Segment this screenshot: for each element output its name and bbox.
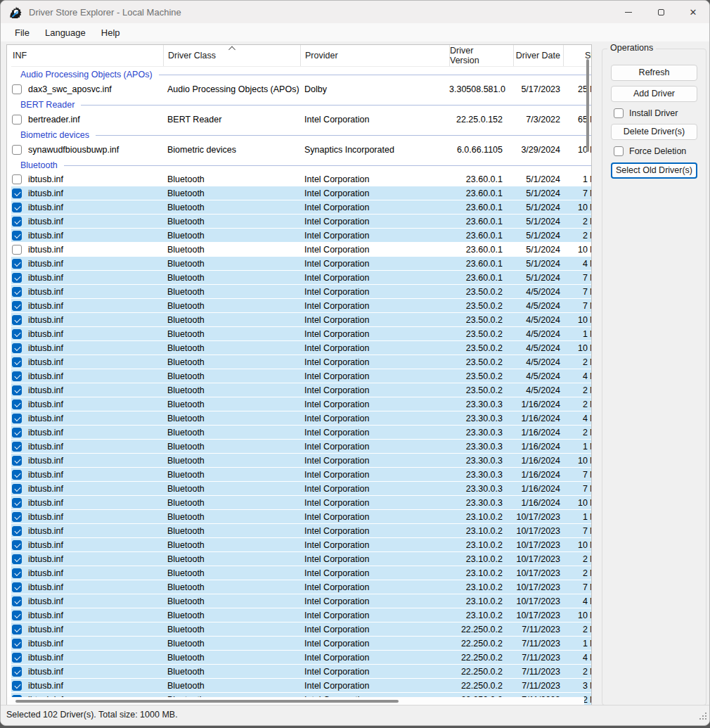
row-checkbox[interactable]: [12, 596, 22, 606]
driver-row[interactable]: ibtusb.infBluetoothIntel Corporation23.6…: [11, 215, 592, 229]
driver-row[interactable]: dax3_swc_aposvc.infAudio Processing Obje…: [11, 82, 592, 97]
driver-row[interactable]: ibtusb.infBluetoothIntel Corporation23.3…: [11, 468, 592, 482]
column-header-driver-version[interactable]: Driver Version: [449, 45, 513, 66]
row-checkbox[interactable]: [12, 400, 22, 409]
driver-row[interactable]: ibtusb.infBluetoothIntel Corporation23.1…: [11, 580, 592, 594]
row-checkbox[interactable]: [12, 456, 22, 466]
row-checkbox[interactable]: [12, 498, 22, 508]
force-deletion-checkbox[interactable]: [614, 146, 624, 156]
row-checkbox[interactable]: [12, 526, 22, 536]
vertical-scrollbar[interactable]: [584, 45, 591, 705]
driver-row[interactable]: ibtusb.infBluetoothIntel Corporation23.5…: [11, 299, 592, 313]
row-checkbox[interactable]: [12, 329, 22, 339]
row-checkbox[interactable]: [12, 343, 22, 353]
row-checkbox[interactable]: [12, 273, 22, 283]
driver-row[interactable]: ibtusb.infBluetoothIntel Corporation23.6…: [11, 186, 592, 200]
menu-file[interactable]: File: [7, 25, 37, 41]
row-checkbox[interactable]: [12, 653, 22, 663]
row-checkbox[interactable]: [12, 470, 22, 480]
driver-row[interactable]: ibtusb.infBluetoothIntel Corporation23.3…: [11, 482, 592, 496]
driver-row[interactable]: ibtusb.infBluetoothIntel Corporation22.2…: [11, 679, 592, 693]
row-checkbox[interactable]: [12, 540, 22, 550]
driver-row[interactable]: ibtusb.infBluetoothIntel Corporation23.6…: [11, 229, 592, 243]
driver-row[interactable]: ibtusb.infBluetoothIntel Corporation23.5…: [11, 369, 592, 383]
row-checkbox[interactable]: [12, 582, 22, 592]
resize-grip-icon[interactable]: [698, 713, 706, 721]
driver-row[interactable]: ibtusb.infBluetoothIntel Corporation22.2…: [11, 637, 592, 651]
refresh-button[interactable]: Refresh: [611, 65, 697, 81]
install-driver-checkbox[interactable]: [614, 108, 624, 118]
menu-help[interactable]: Help: [93, 25, 128, 41]
vertical-scrollbar-thumb[interactable]: [586, 59, 589, 152]
row-checkbox[interactable]: [12, 287, 22, 297]
row-checkbox[interactable]: [12, 568, 22, 578]
driver-row[interactable]: ibtusb.infBluetoothIntel Corporation23.1…: [11, 608, 592, 622]
column-header-driver-date[interactable]: Driver Date: [513, 45, 563, 66]
row-checkbox[interactable]: [12, 414, 22, 423]
driver-row[interactable]: ibtusb.infBluetoothIntel Corporation22.2…: [11, 622, 592, 637]
row-checkbox[interactable]: [12, 385, 22, 395]
row-checkbox[interactable]: [12, 625, 22, 634]
horizontal-scrollbar[interactable]: [7, 697, 584, 705]
driver-row[interactable]: ibtusb.infBluetoothIntel Corporation23.3…: [11, 411, 592, 426]
row-checkbox[interactable]: [12, 554, 22, 564]
driver-row[interactable]: ibtusb.infBluetoothIntel Corporation23.3…: [11, 426, 592, 440]
row-checkbox[interactable]: [12, 174, 22, 184]
driver-row[interactable]: ibtusb.infBluetoothIntel Corporation23.1…: [11, 538, 592, 552]
driver-row[interactable]: ibtusb.infBluetoothIntel Corporation23.6…: [11, 172, 592, 186]
driver-row[interactable]: ibtusb.infBluetoothIntel Corporation23.3…: [11, 440, 592, 454]
driver-row[interactable]: ibtusb.infBluetoothIntel Corporation22.2…: [11, 651, 592, 665]
column-header-inf[interactable]: INF: [11, 45, 163, 66]
row-checkbox[interactable]: [12, 231, 22, 241]
driver-row[interactable]: ibtusb.infBluetoothIntel Corporation23.1…: [11, 524, 592, 538]
driver-row[interactable]: synawudfbiousbuwp.infBiometric devicesSy…: [11, 142, 592, 158]
delete-drivers-button[interactable]: Delete Driver(s): [611, 124, 697, 140]
row-checkbox[interactable]: [12, 203, 22, 212]
driver-row[interactable]: ibtusb.infBluetoothIntel Corporation23.6…: [11, 243, 592, 257]
row-checkbox[interactable]: [12, 371, 22, 381]
driver-row[interactable]: ibtusb.infBluetoothIntel Corporation23.5…: [11, 341, 592, 355]
menu-language[interactable]: Language: [37, 25, 93, 41]
driver-row[interactable]: bertreader.infBERT ReaderIntel Corporati…: [11, 112, 592, 127]
column-header-provider[interactable]: Provider: [300, 45, 449, 66]
row-checkbox[interactable]: [12, 189, 22, 198]
maximize-button[interactable]: [645, 1, 677, 23]
row-checkbox[interactable]: [12, 245, 22, 255]
row-checkbox[interactable]: [12, 639, 22, 649]
driver-row[interactable]: ibtusb.infBluetoothIntel Corporation23.5…: [11, 327, 592, 341]
row-checkbox[interactable]: [12, 259, 22, 269]
row-checkbox[interactable]: [12, 315, 22, 325]
add-driver-button[interactable]: Add Driver: [611, 86, 697, 102]
select-old-drivers-button[interactable]: Select Old Driver(s): [611, 162, 697, 179]
driver-row[interactable]: ibtusb.infBluetoothIntel Corporation23.1…: [11, 594, 592, 608]
row-checkbox[interactable]: [12, 115, 22, 124]
row-checkbox[interactable]: [12, 611, 22, 620]
driver-row[interactable]: ibtusb.infBluetoothIntel Corporation23.5…: [11, 285, 592, 299]
driver-row[interactable]: ibtusb.infBluetoothIntel Corporation23.5…: [11, 355, 592, 369]
driver-row[interactable]: ibtusb.infBluetoothIntel Corporation23.6…: [11, 257, 592, 271]
row-checkbox[interactable]: [12, 301, 22, 311]
driver-row[interactable]: ibtusb.infBluetoothIntel Corporation23.6…: [11, 271, 592, 285]
row-checkbox[interactable]: [12, 357, 22, 367]
row-checkbox[interactable]: [12, 512, 22, 522]
driver-row[interactable]: ibtusb.infBluetoothIntel Corporation23.1…: [11, 510, 592, 524]
horizontal-scrollbar-thumb[interactable]: [15, 700, 399, 703]
driver-row[interactable]: ibtusb.infBluetoothIntel Corporation23.3…: [11, 454, 592, 468]
driver-row[interactable]: ibtusb.infBluetoothIntel Corporation23.3…: [11, 397, 592, 411]
driver-row[interactable]: ibtusb.infBluetoothIntel Corporation22.2…: [11, 665, 592, 679]
row-checkbox[interactable]: [12, 217, 22, 226]
driver-row[interactable]: ibtusb.infBluetoothIntel Corporation23.3…: [11, 496, 592, 510]
close-button[interactable]: ✕: [677, 1, 709, 23]
row-checkbox[interactable]: [12, 484, 22, 494]
driver-row[interactable]: ibtusb.infBluetoothIntel Corporation23.5…: [11, 313, 592, 327]
row-checkbox[interactable]: [12, 145, 22, 155]
row-checkbox[interactable]: [12, 667, 22, 677]
row-checkbox[interactable]: [12, 681, 22, 691]
row-checkbox[interactable]: [12, 442, 22, 452]
driver-row[interactable]: ibtusb.infBluetoothIntel Corporation23.6…: [11, 200, 592, 215]
row-checkbox[interactable]: [12, 84, 22, 94]
driver-row[interactable]: ibtusb.infBluetoothIntel Corporation23.1…: [11, 552, 592, 566]
column-header-driver-class[interactable]: Driver Class: [163, 45, 300, 66]
minimize-button[interactable]: [612, 1, 645, 23]
driver-row[interactable]: ibtusb.infBluetoothIntel Corporation23.5…: [11, 383, 592, 397]
